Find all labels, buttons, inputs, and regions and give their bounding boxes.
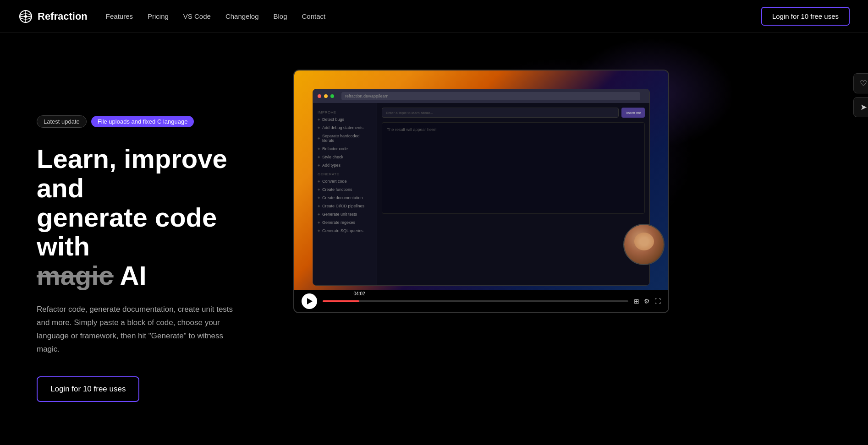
browser-content: Improve Detect bugs Add debug statements… <box>313 103 649 285</box>
nav-contact[interactable]: Contact <box>302 12 326 20</box>
nav-features[interactable]: Features <box>106 12 133 20</box>
result-placeholder: The result will appear here! <box>387 127 437 132</box>
update-badge: Latest update File uploads and fixed C l… <box>37 115 275 128</box>
sidebar-item-convert: Convert code <box>313 177 377 185</box>
video-container: refraction.dev/app/learn Improve Detect … <box>293 70 669 313</box>
sidebar-item-detect-bugs: Detect bugs <box>313 115 377 124</box>
sidebar-item-debug: Add debug statements <box>313 124 377 132</box>
time-tooltip: 04:02 <box>351 290 368 297</box>
nav-vscode[interactable]: VS Code <box>183 12 211 20</box>
video-controls: 04:02 ⊞ ⚙ ⛶ <box>294 290 668 312</box>
browser-url-text: refraction.dev/app/learn <box>345 94 389 98</box>
nav-left: Refraction Features Pricing VS Code Chan… <box>18 9 325 24</box>
browser-dot-yellow <box>324 94 328 98</box>
sidebar-item-cicd: Create CI/CD pipelines <box>313 202 377 210</box>
badge-update: File uploads and fixed C language <box>91 116 194 127</box>
nav-pricing[interactable]: Pricing <box>148 12 169 20</box>
heading-line1: Learn, improve and <box>37 144 227 203</box>
logo-icon <box>18 9 33 24</box>
settings-icon[interactable]: ⚙ <box>644 298 650 305</box>
sidebar-item-style: Style check <box>313 153 377 161</box>
badge-label: Latest update <box>37 115 87 128</box>
browser-main-content: Enter a topic to learn about... Teach me… <box>377 103 649 285</box>
browser-dot-green <box>330 94 334 98</box>
hero-left: Latest update File uploads and fixed C l… <box>37 60 275 402</box>
play-icon <box>307 298 313 304</box>
sidebar-item-unittests: Generate unit tests <box>313 210 377 218</box>
nav-login-button[interactable]: Login for 10 free uses <box>761 7 850 26</box>
speaker-thumbnail <box>623 224 665 265</box>
search-placeholder: Enter a topic to learn about... <box>386 111 433 115</box>
sidebar-section-generate: Generate <box>313 169 377 177</box>
browser-dot-red <box>318 94 321 98</box>
navbar: Refraction Features Pricing VS Code Chan… <box>0 0 868 33</box>
hero-login-button[interactable]: Login for 10 free uses <box>37 376 139 402</box>
video-background: refraction.dev/app/learn Improve Detect … <box>294 71 668 290</box>
logo-link[interactable]: Refraction <box>18 9 88 24</box>
teach-button: Teach me <box>621 108 645 118</box>
hero-section: Latest update File uploads and fixed C l… <box>0 33 868 436</box>
brand-name: Refraction <box>38 11 88 22</box>
sidebar-item-docs: Create documentation <box>313 194 377 202</box>
video-side-buttons: ♡ ➤ <box>853 73 868 117</box>
speaker-face <box>624 225 664 264</box>
progress-bar-background <box>323 300 628 302</box>
hero-subtext: Refactor code, generate documentation, c… <box>37 303 247 356</box>
heart-button[interactable]: ♡ <box>853 73 868 93</box>
play-button[interactable] <box>302 293 317 309</box>
sidebar-item-refactor: Refactor code <box>313 145 377 153</box>
nav-changelog[interactable]: Changelog <box>225 12 259 20</box>
result-area: The result will appear here! <box>382 122 645 214</box>
teach-button-label: Teach me <box>625 111 641 115</box>
search-box: Enter a topic to learn about... <box>382 108 619 118</box>
heading-ai-text: AI <box>120 260 147 290</box>
control-icons: ⊞ ⚙ ⛶ <box>634 298 661 305</box>
captions-icon[interactable]: ⊞ <box>634 298 639 305</box>
fullscreen-icon[interactable]: ⛶ <box>654 298 661 305</box>
share-button[interactable]: ➤ <box>853 97 868 117</box>
heading-strikethrough: magic <box>37 260 114 290</box>
sidebar-menu: Improve Detect bugs Add debug statements… <box>313 103 377 285</box>
progress-bar-fill <box>323 300 359 302</box>
hero-heading: Learn, improve and generate code with ma… <box>37 144 275 290</box>
sidebar-section-improve: Improve <box>313 108 377 115</box>
hero-right: refraction.dev/app/learn Improve Detect … <box>293 70 850 313</box>
send-icon: ➤ <box>860 102 867 112</box>
heart-icon: ♡ <box>860 78 867 88</box>
sidebar-item-literals: Separate hardcoded literals <box>313 132 377 145</box>
sidebar-item-types: Add types <box>313 161 377 169</box>
sidebar-item-sql: Generate SQL queries <box>313 227 377 235</box>
progress-area[interactable]: 04:02 <box>323 300 628 302</box>
mock-browser: refraction.dev/app/learn Improve Detect … <box>313 89 650 286</box>
sidebar-item-regexes: Generate regexes <box>313 218 377 227</box>
search-row: Enter a topic to learn about... Teach me <box>382 108 645 118</box>
nav-links: Features Pricing VS Code Changelog Blog … <box>106 12 325 21</box>
nav-blog[interactable]: Blog <box>273 12 287 20</box>
browser-url-bar: refraction.dev/app/learn <box>341 92 640 100</box>
heading-line2: generate code with <box>37 202 217 261</box>
sidebar-item-functions: Create functions <box>313 185 377 194</box>
browser-bar: refraction.dev/app/learn <box>313 89 649 103</box>
